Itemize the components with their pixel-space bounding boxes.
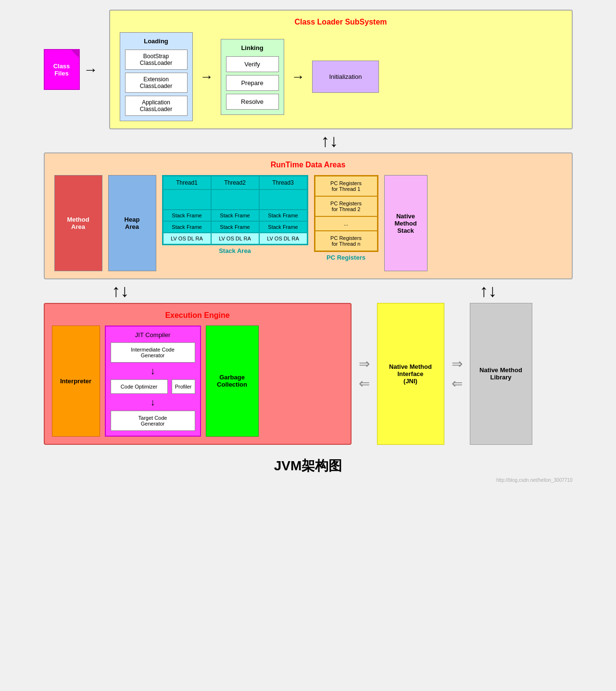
stack-area-group: Thread1 Thread2 Thread3 Stack Frame Stac… [162, 175, 308, 271]
class-files-box: Class Files [44, 49, 80, 90]
jit-title: JIT Compiler [111, 331, 195, 339]
classloader-section: Class Loader SubSystem Loading BootStrap… [109, 10, 573, 129]
execution-title: Execution Engine [52, 311, 343, 320]
native-method-stack-box: Native Method Stack [384, 175, 427, 271]
arrow-up-down-1: ↑ [321, 133, 330, 149]
interpreter-box: Interpreter [52, 326, 100, 437]
thread1-cell: Thread1 [163, 176, 211, 189]
bootstrap-classloader: BootStrap ClassLoader [125, 50, 188, 70]
thread2-cell: Thread2 [211, 176, 259, 189]
nmi-box: Native Method Interface (JNI) [377, 303, 444, 445]
page-title: JVM架构图 [44, 457, 573, 475]
resolve-box: Resolve [226, 94, 279, 110]
profiler-box: Profiler [172, 379, 195, 394]
arrow-down-exec: ↓ [121, 283, 129, 299]
arrow-class-to-loader: → [84, 62, 98, 78]
lv-cell: LV OS DL RA [259, 233, 307, 244]
arrow-up-nmi: ↑ [480, 283, 489, 299]
stack-frame-cell-2: Stack Frame [163, 221, 211, 233]
pc-registers-group: PC Registers for Thread 1 PC Registers f… [314, 175, 378, 271]
prepare-box: Prepare [226, 75, 279, 91]
lv-cell: LV OS DL RA [163, 233, 211, 244]
intermediate-code-box: Intermediate Code Generator [111, 342, 195, 363]
watermark: http://blog.csdn.net/hellon_3007710 [44, 477, 573, 483]
hollow-arrow-left-2: ⇐ [452, 376, 463, 391]
class-files-label: Class Files [53, 63, 70, 77]
code-optimizer-box: Code Optimizer [111, 379, 168, 394]
extension-classloader: Extension ClassLoader [125, 73, 188, 93]
thread3-cell: Thread3 [259, 176, 307, 189]
pc-area-label: PC Registers [314, 254, 378, 261]
jit-group: JIT Compiler Intermediate Code Generator… [105, 326, 201, 437]
arrow-loading-linking: → [200, 69, 214, 85]
hollow-arrow-right-1: ⇒ [359, 356, 370, 372]
linking-title: Linking [226, 44, 279, 51]
verify-box: Verify [226, 56, 279, 72]
runtime-section: RunTime Data Areas Method Area Heap Area… [44, 152, 573, 279]
arrow-linking-init: → [291, 69, 305, 85]
stack-area-label: Stack Area [162, 247, 308, 254]
garbage-collection-box: Garbage Collection [206, 326, 259, 437]
native-method-library-box: Native Method Library [470, 303, 532, 445]
runtime-title: RunTime Data Areas [54, 161, 562, 169]
initialization-box: Initialization [312, 61, 379, 93]
lv-cell: LV OS DL RA [211, 233, 259, 244]
stack-frame-cell: Stack Frame [163, 210, 211, 221]
method-area-box: Method Area [54, 175, 102, 271]
application-classloader: Application ClassLoader [125, 96, 188, 116]
stack-frame-cell: Stack Frame [211, 210, 259, 221]
loading-title: Loading [125, 38, 188, 45]
hollow-arrow-left-1: ⇐ [359, 376, 370, 391]
heap-area-box: Heap Area [108, 175, 156, 271]
arrow-down-nmi: ↓ [489, 283, 497, 299]
hollow-arrow-right-2: ⇒ [452, 356, 463, 372]
arrow-up-exec: ↑ [112, 283, 121, 299]
stack-frame-cell: Stack Frame [259, 210, 307, 221]
execution-section: Execution Engine Interpreter JIT Compile… [44, 303, 352, 445]
loading-group: Loading BootStrap ClassLoader Extension … [120, 32, 193, 121]
linking-group: Linking Verify Prepare Resolve [221, 39, 284, 115]
stack-frame-cell-2: Stack Frame [259, 221, 307, 233]
classloader-title: Class Loader SubSystem [120, 18, 562, 26]
stack-frame-cell-2: Stack Frame [211, 221, 259, 233]
target-code-box: Target Code Generator [111, 411, 195, 431]
arrow-down-1: ↓ [330, 133, 339, 149]
